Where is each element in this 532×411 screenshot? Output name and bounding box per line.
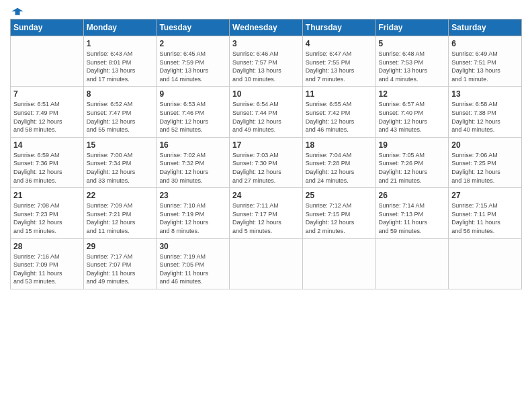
calendar-cell: 17Sunrise: 7:03 AMSunset: 7:30 PMDayligh… <box>230 137 303 187</box>
calendar-cell: 9Sunrise: 6:53 AMSunset: 7:46 PMDaylight… <box>157 87 230 137</box>
day-number: 7 <box>13 89 81 99</box>
day-info: Sunrise: 7:04 AMSunset: 7:28 PMDaylight:… <box>306 151 373 185</box>
calendar-cell: 30Sunrise: 7:19 AMSunset: 7:05 PMDayligh… <box>157 238 230 289</box>
day-info: Sunrise: 6:54 AMSunset: 7:44 PMDaylight:… <box>232 100 300 134</box>
day-info: Sunrise: 6:59 AMSunset: 7:36 PMDaylight:… <box>13 151 81 185</box>
day-number: 16 <box>159 140 226 150</box>
calendar-cell: 28Sunrise: 7:16 AMSunset: 7:09 PMDayligh… <box>11 238 84 289</box>
day-number: 19 <box>379 140 446 150</box>
calendar-cell: 20Sunrise: 7:06 AMSunset: 7:25 PMDayligh… <box>449 137 522 187</box>
day-number: 29 <box>87 242 154 251</box>
day-info: Sunrise: 7:14 AMSunset: 7:13 PMDaylight:… <box>379 201 446 235</box>
calendar-cell <box>302 238 375 289</box>
calendar-cell <box>11 36 84 87</box>
calendar-cell: 24Sunrise: 7:11 AMSunset: 7:17 PMDayligh… <box>230 188 303 238</box>
day-info: Sunrise: 7:08 AMSunset: 7:23 PMDaylight:… <box>13 201 81 235</box>
calendar-cell: 18Sunrise: 7:04 AMSunset: 7:28 PMDayligh… <box>302 137 375 187</box>
calendar-cell <box>230 238 303 289</box>
calendar-cell: 25Sunrise: 7:12 AMSunset: 7:15 PMDayligh… <box>302 188 375 238</box>
day-info: Sunrise: 7:12 AMSunset: 7:15 PMDaylight:… <box>306 201 373 235</box>
day-info: Sunrise: 7:15 AMSunset: 7:11 PMDaylight:… <box>451 201 519 235</box>
day-info: Sunrise: 6:45 AMSunset: 7:59 PMDaylight:… <box>159 50 226 83</box>
calendar-cell: 2Sunrise: 6:45 AMSunset: 7:59 PMDaylight… <box>157 36 230 87</box>
calendar-cell: 14Sunrise: 6:59 AMSunset: 7:36 PMDayligh… <box>11 137 84 187</box>
day-info: Sunrise: 6:46 AMSunset: 7:57 PMDaylight:… <box>232 50 300 83</box>
day-info: Sunrise: 7:09 AMSunset: 7:21 PMDaylight:… <box>87 201 154 235</box>
calendar-cell: 13Sunrise: 6:58 AMSunset: 7:38 PMDayligh… <box>449 87 522 137</box>
day-info: Sunrise: 7:06 AMSunset: 7:25 PMDaylight:… <box>451 151 519 185</box>
day-number: 10 <box>232 89 300 99</box>
calendar-cell: 1Sunrise: 6:43 AMSunset: 8:01 PMDaylight… <box>83 36 157 87</box>
day-number: 23 <box>159 191 226 200</box>
day-number: 20 <box>451 140 519 150</box>
day-info: Sunrise: 7:10 AMSunset: 7:19 PMDaylight:… <box>159 201 226 235</box>
day-info: Sunrise: 6:51 AMSunset: 7:49 PMDaylight:… <box>13 100 81 134</box>
calendar-cell: 7Sunrise: 6:51 AMSunset: 7:49 PMDaylight… <box>11 87 84 137</box>
day-info: Sunrise: 7:03 AMSunset: 7:30 PMDaylight:… <box>232 151 300 185</box>
day-number: 3 <box>232 39 300 48</box>
day-number: 30 <box>159 242 226 251</box>
calendar-container: SundayMondayTuesdayWednesdayThursdayFrid… <box>0 0 532 411</box>
week-row-3: 14Sunrise: 6:59 AMSunset: 7:36 PMDayligh… <box>11 137 522 187</box>
week-row-2: 7Sunrise: 6:51 AMSunset: 7:49 PMDaylight… <box>11 87 522 137</box>
calendar-cell: 29Sunrise: 7:17 AMSunset: 7:07 PMDayligh… <box>83 238 157 289</box>
week-row-4: 21Sunrise: 7:08 AMSunset: 7:23 PMDayligh… <box>11 188 522 238</box>
day-info: Sunrise: 7:16 AMSunset: 7:09 PMDaylight:… <box>13 253 81 286</box>
day-info: Sunrise: 6:58 AMSunset: 7:38 PMDaylight:… <box>451 100 519 134</box>
day-number: 25 <box>306 191 373 200</box>
day-info: Sunrise: 7:17 AMSunset: 7:07 PMDaylight:… <box>87 253 154 286</box>
day-info: Sunrise: 7:02 AMSunset: 7:32 PMDaylight:… <box>159 151 226 185</box>
day-number: 26 <box>379 191 446 200</box>
day-number: 6 <box>451 39 519 48</box>
day-number: 13 <box>451 89 519 99</box>
calendar-cell: 12Sunrise: 6:57 AMSunset: 7:40 PMDayligh… <box>375 87 449 137</box>
day-info: Sunrise: 6:57 AMSunset: 7:40 PMDaylight:… <box>379 100 446 134</box>
calendar-cell: 19Sunrise: 7:05 AMSunset: 7:26 PMDayligh… <box>375 137 449 187</box>
calendar-cell: 5Sunrise: 6:48 AMSunset: 7:53 PMDaylight… <box>375 36 449 87</box>
calendar-cell: 8Sunrise: 6:52 AMSunset: 7:47 PMDaylight… <box>83 87 157 137</box>
day-info: Sunrise: 7:00 AMSunset: 7:34 PMDaylight:… <box>87 151 154 185</box>
day-number: 11 <box>306 89 373 99</box>
day-number: 18 <box>306 140 373 150</box>
calendar-cell: 23Sunrise: 7:10 AMSunset: 7:19 PMDayligh… <box>157 188 230 238</box>
week-row-1: 1Sunrise: 6:43 AMSunset: 8:01 PMDaylight… <box>11 36 522 87</box>
day-header-friday: Friday <box>375 19 449 36</box>
calendar-cell: 11Sunrise: 6:55 AMSunset: 7:42 PMDayligh… <box>302 87 375 137</box>
calendar-cell: 16Sunrise: 7:02 AMSunset: 7:32 PMDayligh… <box>157 137 230 187</box>
day-number: 8 <box>87 89 154 99</box>
day-number: 28 <box>13 242 81 251</box>
day-info: Sunrise: 7:05 AMSunset: 7:26 PMDaylight:… <box>379 151 446 185</box>
calendar-cell <box>375 238 449 289</box>
day-info: Sunrise: 7:19 AMSunset: 7:05 PMDaylight:… <box>159 253 226 286</box>
calendar-cell: 3Sunrise: 6:46 AMSunset: 7:57 PMDaylight… <box>230 36 303 87</box>
day-header-wednesday: Wednesday <box>230 19 303 36</box>
calendar-cell: 22Sunrise: 7:09 AMSunset: 7:21 PMDayligh… <box>83 188 157 238</box>
day-header-thursday: Thursday <box>302 19 375 36</box>
day-number: 9 <box>159 89 226 99</box>
logo <box>10 7 24 13</box>
day-header-monday: Monday <box>83 19 157 36</box>
calendar-cell: 4Sunrise: 6:47 AMSunset: 7:55 PMDaylight… <box>302 36 375 87</box>
day-info: Sunrise: 6:47 AMSunset: 7:55 PMDaylight:… <box>306 50 373 83</box>
day-number: 2 <box>159 39 226 48</box>
day-header-sunday: Sunday <box>11 19 84 36</box>
header-row: SundayMondayTuesdayWednesdayThursdayFrid… <box>11 19 522 36</box>
day-info: Sunrise: 7:11 AMSunset: 7:17 PMDaylight:… <box>232 201 300 235</box>
day-number: 15 <box>87 140 154 150</box>
svg-marker-0 <box>11 8 24 15</box>
day-info: Sunrise: 6:43 AMSunset: 8:01 PMDaylight:… <box>87 50 154 83</box>
day-number: 24 <box>232 191 300 200</box>
day-number: 17 <box>232 140 300 150</box>
calendar-cell: 27Sunrise: 7:15 AMSunset: 7:11 PMDayligh… <box>449 188 522 238</box>
day-number: 12 <box>379 89 446 99</box>
day-number: 21 <box>13 191 81 200</box>
calendar-cell: 6Sunrise: 6:49 AMSunset: 7:51 PMDaylight… <box>449 36 522 87</box>
calendar-cell: 10Sunrise: 6:54 AMSunset: 7:44 PMDayligh… <box>230 87 303 137</box>
calendar-cell: 26Sunrise: 7:14 AMSunset: 7:13 PMDayligh… <box>375 188 449 238</box>
day-header-saturday: Saturday <box>449 19 522 36</box>
day-info: Sunrise: 6:55 AMSunset: 7:42 PMDaylight:… <box>306 100 373 134</box>
day-number: 14 <box>13 140 81 150</box>
day-header-tuesday: Tuesday <box>157 19 230 36</box>
day-info: Sunrise: 6:49 AMSunset: 7:51 PMDaylight:… <box>451 50 519 83</box>
day-number: 4 <box>306 39 373 48</box>
